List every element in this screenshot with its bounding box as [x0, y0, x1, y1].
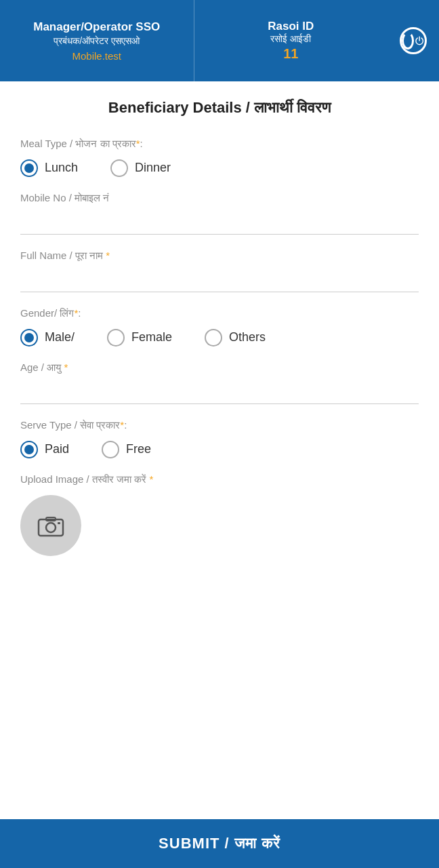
svg-point-1 [46, 523, 56, 532]
age-group: Age / आयु * [20, 361, 419, 404]
meal-type-label: Meal Type / भोजन का प्रकार*: [20, 138, 419, 150]
lunch-label[interactable]: Lunch [45, 161, 78, 175]
rasoi-subtitle: रसोई आईडी [270, 33, 311, 45]
manager-info: Manager/Operator SSO प्रबंधक/ऑपरेटर एसएस… [0, 0, 194, 81]
serve-type-free[interactable]: Free [102, 441, 151, 458]
free-radio-circle[interactable] [102, 441, 119, 458]
paid-radio-circle[interactable] [20, 441, 38, 458]
female-radio-circle[interactable] [107, 329, 125, 347]
app-header: Manager/Operator SSO प्रबंधक/ऑपरेटर एसएस… [0, 0, 439, 81]
dinner-radio-circle[interactable] [110, 159, 128, 177]
svg-rect-3 [58, 522, 60, 524]
gender-label: Gender/ लिंग*: [20, 307, 419, 319]
footer: SUBMIT / जमा करें [0, 819, 439, 868]
gender-others[interactable]: Others [205, 329, 266, 347]
rasoi-id-number: 11 [283, 46, 298, 62]
others-label[interactable]: Others [229, 330, 266, 344]
female-label[interactable]: Female [131, 330, 172, 344]
manager-subtitle: प्रबंधक/ऑपरेटर एसएसओ [54, 35, 140, 47]
manager-title: Manager/Operator SSO [33, 20, 160, 35]
meal-type-lunch[interactable]: Lunch [20, 159, 78, 177]
lunch-radio-circle[interactable] [20, 159, 38, 177]
gender-radio-group: Male/ Female Others [20, 329, 419, 347]
mobile-no-input[interactable] [20, 211, 419, 235]
paid-label[interactable]: Paid [45, 442, 69, 456]
mobile-no-label: Mobile No / मोबाइल नं [20, 192, 419, 204]
full-name-label: Full Name / पूरा नाम * [20, 250, 419, 262]
age-input[interactable] [20, 380, 419, 404]
male-radio-circle[interactable] [20, 329, 38, 347]
free-label[interactable]: Free [126, 442, 151, 456]
meal-type-radio-group: Lunch Dinner [20, 159, 419, 177]
meal-type-dinner[interactable]: Dinner [110, 159, 171, 177]
main-content: Beneficiary Details / लाभार्थी विवरण Mea… [0, 81, 439, 819]
mobile-test-label: Mobile.test [72, 50, 121, 62]
submit-button[interactable]: SUBMIT / जमा करें [159, 835, 280, 852]
full-name-group: Full Name / पूरा नाम * [20, 250, 419, 292]
page-title: Beneficiary Details / लाभार्थी विवरण [20, 98, 419, 119]
full-name-input[interactable] [20, 269, 419, 292]
serve-type-radio-group: Paid Free [20, 441, 419, 458]
others-radio-circle[interactable] [205, 329, 222, 347]
dinner-label[interactable]: Dinner [135, 161, 171, 175]
male-label[interactable]: Male/ [45, 330, 75, 344]
mobile-no-group: Mobile No / मोबाइल नं [20, 192, 419, 235]
rasoi-info: Rasoi ID रसोई आईडी 11 [194, 0, 388, 81]
upload-label: Upload Image / तस्वीर जमा करें * [20, 473, 419, 486]
serve-type-label: Serve Type / सेवा प्रकार*: [20, 419, 419, 431]
power-button[interactable] [400, 27, 427, 54]
camera-button[interactable] [20, 495, 81, 556]
upload-image-group: Upload Image / तस्वीर जमा करें * [20, 473, 419, 556]
power-icon [414, 31, 425, 50]
gender-female[interactable]: Female [107, 329, 172, 347]
svg-rect-0 [39, 519, 63, 536]
gender-male[interactable]: Male/ [20, 329, 75, 347]
camera-icon [36, 511, 66, 540]
rasoi-title: Rasoi ID [268, 20, 314, 33]
age-label: Age / आयु * [20, 361, 419, 374]
power-button-area[interactable] [388, 0, 439, 81]
serve-type-paid[interactable]: Paid [20, 441, 69, 458]
